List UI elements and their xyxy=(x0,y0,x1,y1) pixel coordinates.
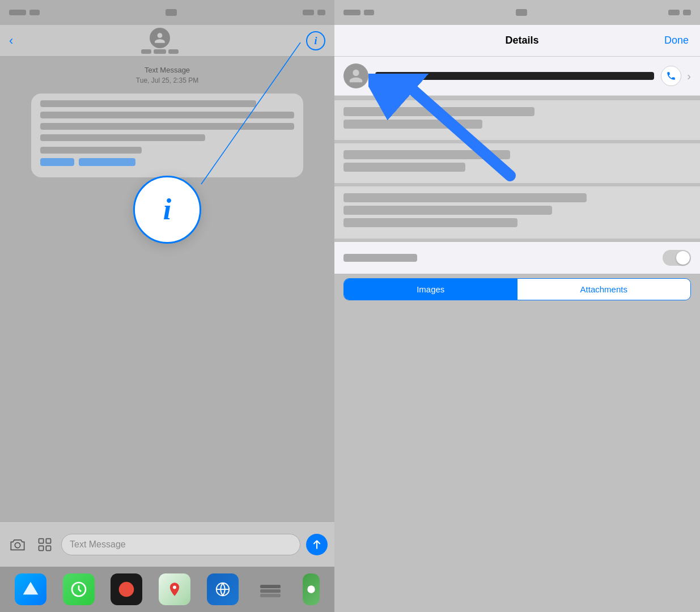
phone-icon xyxy=(666,71,676,81)
back-button[interactable]: ‹ xyxy=(9,33,13,48)
call-button[interactable] xyxy=(661,66,681,86)
svg-rect-2 xyxy=(39,538,44,543)
svg-rect-11 xyxy=(260,594,281,597)
dock-globe-icon xyxy=(214,581,231,598)
contact-person-icon xyxy=(348,68,364,84)
right-status-bar xyxy=(334,0,700,25)
msg-line-5 xyxy=(40,147,142,154)
msg-link-1 xyxy=(40,158,74,166)
svg-rect-5 xyxy=(46,546,50,550)
tab-bar: Images Attachments xyxy=(343,278,691,300)
send-button[interactable] xyxy=(306,534,328,555)
contact-avatar-nav xyxy=(150,28,170,48)
detail-row-1a xyxy=(343,107,534,116)
chevron-right-icon: › xyxy=(687,70,691,83)
dock-clock[interactable] xyxy=(63,573,95,605)
dock-appstore[interactable] xyxy=(15,573,46,605)
info-circle-container: i xyxy=(133,176,201,244)
msg-line-2 xyxy=(40,112,294,118)
svg-rect-9 xyxy=(260,585,281,588)
message-input-placeholder: Text Message xyxy=(70,539,126,550)
message-datetime: Tue, Jul 25, 2:35 PM xyxy=(136,76,198,84)
detail-row-3b xyxy=(343,206,552,215)
details-content: Images Attachments xyxy=(334,96,700,612)
battery-area xyxy=(303,10,325,15)
send-icon xyxy=(311,539,323,550)
done-button[interactable]: Done xyxy=(664,35,689,46)
message-bubble xyxy=(31,94,303,177)
right-battery-pct xyxy=(683,10,691,15)
dock-clock-icon xyxy=(70,580,88,598)
contact-actions: › xyxy=(661,66,691,86)
msg-line-3 xyxy=(40,123,294,130)
info-button[interactable]: i xyxy=(306,31,325,50)
battery-percent xyxy=(317,10,325,15)
right-battery xyxy=(668,10,680,15)
detail-row-3a xyxy=(343,193,587,202)
left-status-bar xyxy=(0,0,334,25)
time-display xyxy=(166,9,177,16)
right-battery-area xyxy=(668,10,691,15)
contact-name-nav xyxy=(141,49,179,54)
right-wifi xyxy=(364,10,374,15)
tab-attachments[interactable]: Attachments xyxy=(517,279,691,300)
appstore-icon xyxy=(37,537,53,552)
bottom-toolbar: Text Message xyxy=(0,521,334,567)
wifi-icon xyxy=(29,10,40,15)
camera-icon xyxy=(10,537,26,552)
detail-row-3c xyxy=(343,218,517,227)
right-nav-bar: Details Done xyxy=(334,25,700,57)
info-icon: i xyxy=(314,36,317,46)
nav-center xyxy=(141,28,179,54)
details-section-2 xyxy=(334,143,700,183)
dock-appstore-icon xyxy=(22,580,40,598)
svg-point-12 xyxy=(307,585,315,593)
dock-dark-app[interactable] xyxy=(111,573,142,605)
contact-avatar xyxy=(343,63,368,88)
msg-line-4 xyxy=(40,134,205,141)
message-input[interactable]: Text Message xyxy=(61,534,300,555)
svg-rect-10 xyxy=(260,589,281,593)
details-section-1 xyxy=(334,100,700,140)
left-panel: ‹ i Text Message Tue, Jul 25, 2:35 PM xyxy=(0,0,334,612)
detail-row-2a xyxy=(343,150,510,159)
person-icon xyxy=(154,32,166,44)
app-dock xyxy=(0,567,334,612)
info-circle-icon: i xyxy=(163,195,171,224)
name-part-1 xyxy=(141,49,151,54)
svg-rect-4 xyxy=(39,546,44,550)
message-type-label: Text Message xyxy=(145,66,190,74)
tab-images[interactable]: Images xyxy=(344,279,517,300)
dock-stack[interactable] xyxy=(254,573,286,605)
svg-point-1 xyxy=(15,542,20,547)
dock-stack-icon xyxy=(259,580,282,598)
dock-browser[interactable] xyxy=(207,573,239,605)
dock-maps-icon xyxy=(167,581,183,597)
detail-row-2b xyxy=(343,163,465,172)
battery-icon xyxy=(303,10,314,15)
right-status-signal xyxy=(343,10,374,15)
msg-line-1 xyxy=(40,100,256,107)
dock-green-app[interactable] xyxy=(303,573,320,605)
right-signal xyxy=(343,10,360,15)
camera-button[interactable] xyxy=(7,534,28,555)
right-time xyxy=(516,9,527,16)
right-nav-title: Details xyxy=(505,35,538,46)
msg-link-2 xyxy=(79,158,135,166)
dock-dark-icon xyxy=(117,580,135,598)
name-part-2 xyxy=(154,49,166,54)
svg-rect-3 xyxy=(46,538,50,543)
contact-name-blurred xyxy=(375,72,654,80)
toggle-switch[interactable] xyxy=(663,250,691,266)
left-nav-bar: ‹ i xyxy=(0,25,334,57)
toggle-row xyxy=(334,242,700,274)
signal-bars xyxy=(9,10,26,15)
details-section-3 xyxy=(334,186,700,239)
contact-row[interactable]: › xyxy=(334,57,700,96)
right-panel: Details Done › xyxy=(334,0,700,612)
dock-maps[interactable] xyxy=(159,573,190,605)
detail-row-1b xyxy=(343,120,482,129)
toggle-label xyxy=(343,254,417,262)
name-part-3 xyxy=(168,49,179,54)
appstore-button[interactable] xyxy=(34,534,56,555)
